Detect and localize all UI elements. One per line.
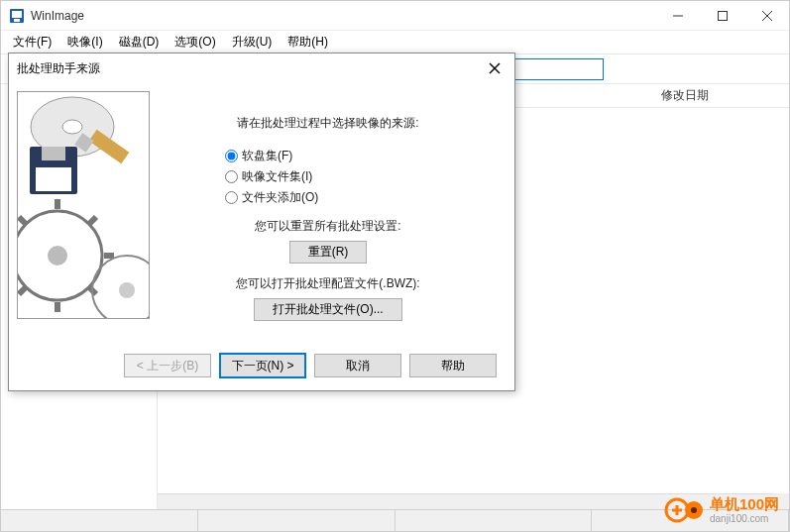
- radio-folder-label: 文件夹添加(O): [242, 189, 318, 206]
- radio-image-input[interactable]: [225, 170, 238, 183]
- wizard-image: [17, 91, 150, 319]
- radio-floppy-label: 软盘集(F): [242, 148, 292, 164]
- menu-file[interactable]: 文件(F): [5, 31, 59, 53]
- dialog-heading: 请在批处理过程中选择映像的来源:: [166, 115, 491, 132]
- app-icon: [9, 8, 25, 24]
- watermark-en: danji100.com: [710, 513, 779, 525]
- menu-help[interactable]: 帮助(H): [280, 31, 336, 53]
- svg-rect-1: [12, 11, 22, 18]
- window-title: WinImage: [31, 9, 655, 23]
- svg-point-17: [48, 246, 67, 266]
- svg-line-22: [19, 217, 26, 224]
- menu-image[interactable]: 映像(I): [59, 31, 110, 53]
- status-cell-3: [395, 510, 593, 531]
- next-button[interactable]: 下一页(N) >: [219, 353, 306, 378]
- svg-rect-2: [14, 19, 20, 22]
- minimize-button[interactable]: [655, 1, 700, 30]
- dialog-footer: < 上一步(B) 下一页(N) > 取消 帮助: [9, 341, 514, 390]
- source-radio-group: 软盘集(F) 映像文件集(I) 文件夹添加(O): [225, 148, 491, 206]
- status-cell-2: [198, 510, 395, 531]
- menu-options[interactable]: 选项(O): [167, 31, 223, 53]
- svg-point-10: [62, 120, 82, 134]
- open-config-button[interactable]: 打开批处理文件(O)...: [254, 298, 401, 321]
- dialog-title: 批处理助手来源: [17, 60, 483, 77]
- help-button[interactable]: 帮助: [409, 354, 497, 377]
- svg-rect-4: [718, 11, 727, 20]
- watermark-cn: 单机100网: [710, 495, 779, 513]
- batch-wizard-dialog: 批处理助手来源: [8, 53, 515, 391]
- column-mod-date[interactable]: 修改日期: [661, 87, 709, 104]
- dialog-close-button[interactable]: [483, 56, 507, 80]
- reset-label: 您可以重置所有批处理设置:: [166, 218, 491, 235]
- menubar: 文件(F) 映像(I) 磁盘(D) 选项(O) 升级(U) 帮助(H): [1, 31, 789, 54]
- radio-image-label: 映像文件集(I): [242, 168, 312, 185]
- radio-folder-input[interactable]: [225, 191, 238, 204]
- close-button[interactable]: [744, 1, 789, 30]
- svg-rect-13: [36, 167, 71, 191]
- radio-folder[interactable]: 文件夹添加(O): [225, 189, 491, 206]
- svg-line-25: [89, 217, 96, 224]
- maximize-button[interactable]: [700, 1, 744, 30]
- menu-upgrade[interactable]: 升级(U): [224, 31, 281, 53]
- cancel-button[interactable]: 取消: [314, 354, 401, 377]
- radio-floppy-input[interactable]: [225, 150, 238, 162]
- reset-button[interactable]: 重置(R): [289, 241, 368, 264]
- radio-floppy[interactable]: 软盘集(F): [225, 148, 491, 164]
- open-label: 您可以打开批处理配置文件(.BWZ):: [166, 275, 491, 292]
- watermark-icon: [664, 495, 704, 525]
- watermark: 单机100网 danji100.com: [664, 495, 779, 525]
- svg-point-27: [119, 282, 135, 298]
- dialog-titlebar: 批处理助手来源: [9, 53, 514, 83]
- titlebar: WinImage: [1, 1, 789, 31]
- status-cell-1: [1, 510, 198, 531]
- radio-image[interactable]: 映像文件集(I): [225, 168, 491, 185]
- menu-disk[interactable]: 磁盘(D): [111, 31, 168, 53]
- svg-rect-12: [42, 147, 65, 160]
- dialog-image-pane: [9, 83, 158, 341]
- svg-line-24: [19, 287, 26, 294]
- back-button: < 上一步(B): [124, 354, 211, 377]
- svg-point-32: [691, 507, 697, 513]
